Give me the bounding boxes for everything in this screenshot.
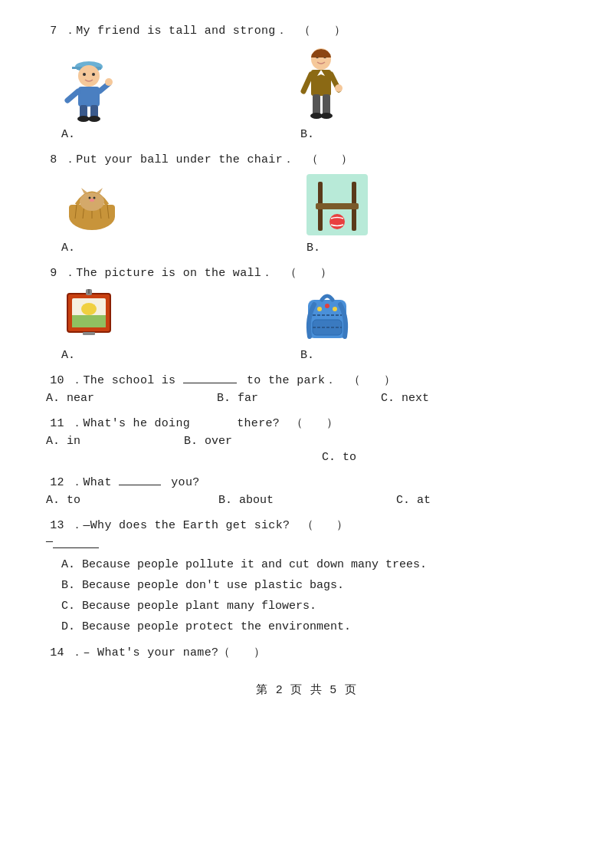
svg-point-40 (90, 199, 94, 202)
q7-optB-image (300, 45, 343, 122)
svg-point-47 (329, 214, 345, 229)
q7-optA-image (61, 53, 116, 122)
q10-optB: B. far (217, 392, 258, 405)
q8-text: 8 ．Put your ball under the chair． （ ） (38, 153, 353, 166)
page-footer: 第 2 页 共 5 页 (256, 684, 356, 697)
svg-point-39 (93, 197, 96, 199)
q13-optC: C. Because people plant many flowers. (61, 596, 575, 616)
q11-optB: B. over (184, 435, 322, 448)
svg-rect-23 (323, 94, 330, 116)
svg-rect-46 (352, 209, 356, 231)
q13-dash-blank: — (46, 535, 99, 548)
svg-rect-22 (313, 94, 320, 116)
q8-optA-image (61, 174, 123, 235)
q10-optA: A. near (46, 392, 94, 405)
q10-optC: C. next (381, 392, 429, 405)
q8-optB-label: B. (306, 242, 320, 255)
q11-optA: A. in (46, 435, 184, 448)
q13-optD: D. Because people protect the environmen… (61, 616, 575, 637)
svg-rect-54 (83, 332, 95, 335)
q10-text: 10 ．The school is to the park． （ ） (38, 374, 395, 387)
q7-text: 7 ．My friend is tall and strong． （ ） (38, 25, 346, 38)
svg-point-61 (325, 304, 329, 308)
q8-optA-label: A. (61, 242, 75, 255)
q8-optB-image (306, 174, 368, 235)
q7-optB-label: B. (300, 128, 314, 141)
q13-optA: A. Because people pollute it and cut dow… (61, 554, 575, 575)
q14-text: 14 ．– What's your name?（ ） (38, 646, 265, 659)
svg-rect-2 (72, 67, 80, 69)
q12-text: 12 ．What you? (38, 476, 200, 489)
svg-point-21 (335, 84, 343, 92)
svg-point-9 (105, 78, 113, 86)
svg-point-38 (89, 197, 91, 199)
svg-point-13 (88, 116, 100, 122)
q12-optC: C. at (396, 494, 431, 507)
q9-optB-image (300, 288, 354, 343)
svg-line-7 (67, 91, 78, 100)
svg-point-3 (78, 65, 100, 87)
q11-text: 11 ．What's he doing there? （ ） (38, 417, 339, 430)
svg-rect-6 (78, 87, 100, 107)
q9-optA-image (61, 288, 116, 343)
q13-optB: B. Because people don't use plastic bags… (61, 575, 575, 596)
svg-point-59 (317, 307, 322, 311)
q13-text: 13 ．—Why does the Earth get sick? （ ） (38, 519, 349, 532)
svg-point-51 (81, 303, 97, 315)
svg-point-60 (333, 307, 337, 311)
q9-optB-label: B. (300, 349, 314, 362)
svg-rect-50 (72, 315, 106, 327)
svg-rect-45 (318, 209, 323, 231)
svg-rect-44 (316, 203, 359, 209)
q12-optA: A. to (46, 494, 80, 507)
svg-line-19 (303, 74, 311, 91)
q7-optA-label: A. (61, 128, 75, 141)
q11-optC: C. to (322, 451, 356, 464)
svg-point-12 (77, 116, 90, 122)
q12-optB: B. about (218, 494, 274, 507)
svg-point-5 (92, 73, 95, 76)
svg-point-25 (320, 113, 333, 119)
q9-optA-label: A. (61, 349, 75, 362)
svg-point-4 (83, 73, 86, 76)
q9-text: 9 ．The picture is on the wall． （ ） (38, 267, 332, 280)
